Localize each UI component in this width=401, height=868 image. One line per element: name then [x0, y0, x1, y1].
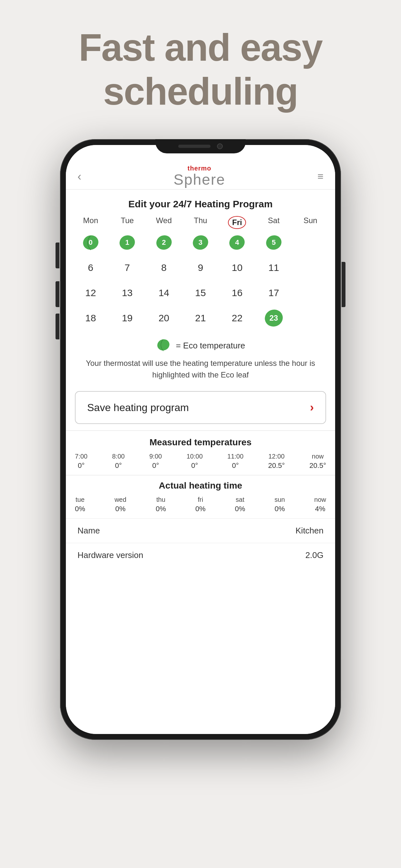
day-sun[interactable]: Sun — [292, 216, 329, 229]
heating-item-sat: sat 0% — [235, 496, 245, 513]
hour-cell-19[interactable]: 19 — [109, 307, 145, 329]
eco-legend: = Eco temperature — [66, 332, 335, 356]
heating-day-tue: tue — [75, 496, 85, 503]
hour-cell-20[interactable]: 20 — [146, 307, 182, 329]
heating-pct-fri: 0% — [195, 505, 206, 513]
save-heating-program-button[interactable]: Save heating program › — [75, 391, 326, 424]
hour-cell-22[interactable]: 22 — [219, 307, 255, 329]
hour-cell-10[interactable]: 10 — [219, 257, 255, 279]
hour-cell-15[interactable]: 15 — [182, 282, 219, 304]
heating-time-title: Actual heating time — [75, 480, 326, 491]
hour-cell-empty-r3 — [292, 282, 329, 304]
meas-item-1000: 10:00 0° — [187, 453, 203, 470]
meas-item-900: 9:00 0° — [149, 453, 162, 470]
meas-val-900: 0° — [152, 461, 159, 470]
hour-cell-8[interactable]: 8 — [146, 257, 182, 279]
heating-day-sun: sun — [274, 496, 285, 503]
hour-cell-5[interactable]: 5 — [255, 231, 292, 253]
name-label: Name — [78, 526, 100, 536]
hour-cell-18[interactable]: 18 — [72, 307, 109, 329]
legend-leaf-icon — [156, 337, 171, 353]
day-sat[interactable]: Sat — [255, 216, 292, 229]
meas-time-900: 9:00 — [149, 453, 162, 460]
heating-pct-sun: 0% — [274, 505, 285, 513]
hour-cell-21[interactable]: 21 — [182, 307, 219, 329]
heating-item-sun: sun 0% — [274, 496, 285, 513]
hour-cell-9[interactable]: 9 — [182, 257, 219, 279]
meas-time-800: 8:00 — [112, 453, 125, 460]
hour-cell-11[interactable]: 11 — [255, 257, 292, 279]
day-thu[interactable]: Thu — [182, 216, 219, 229]
day-mon[interactable]: Mon — [72, 216, 109, 229]
meas-val-now: 20.5° — [309, 461, 326, 470]
heating-time-row: tue 0% wed 0% thu 0% fri 0% — [75, 496, 326, 513]
day-wed[interactable]: Wed — [146, 216, 182, 229]
meas-time-700: 7:00 — [75, 453, 88, 460]
info-row-name: Name Kitchen — [66, 518, 335, 543]
name-value: Kitchen — [296, 526, 323, 536]
menu-button[interactable]: ≡ — [317, 170, 323, 182]
hour-cell-2[interactable]: 2 — [146, 231, 182, 253]
hour-cell-16[interactable]: 16 — [219, 282, 255, 304]
meas-val-1200: 20.5° — [268, 461, 285, 470]
speaker — [178, 145, 211, 148]
hardware-value: 2.0G — [305, 550, 323, 560]
hour-cell-7[interactable]: 7 — [109, 257, 145, 279]
heating-time-section: Actual heating time tue 0% wed 0% thu 0% — [66, 475, 335, 518]
hour-cell-1[interactable]: 1 — [109, 231, 145, 253]
heating-item-wed: wed 0% — [115, 496, 127, 513]
hour-cell-0[interactable]: 0 — [72, 231, 109, 253]
meas-time-1000: 10:00 — [187, 453, 203, 460]
hours-grid: 0 1 — [66, 231, 335, 329]
heating-pct-now: 4% — [315, 505, 326, 513]
meas-time-now: now — [312, 453, 324, 460]
hours-row-3: 18 19 20 21 22 23 — [72, 307, 329, 329]
heating-item-tue: tue 0% — [75, 496, 85, 513]
app-content: Edit your 24/7 Heating Program Mon Tue W… — [66, 190, 335, 734]
measured-temps-section: Measured temperatures 7:00 0° 8:00 0° 9:… — [66, 431, 335, 475]
meas-time-1100: 11:00 — [227, 453, 243, 460]
hours-row-1: 6 7 8 9 10 11 — [72, 257, 329, 279]
hour-cell-3[interactable]: 3 — [182, 231, 219, 253]
hour-cell-empty-r2 — [292, 257, 329, 279]
logo-sphere: Sphere — [174, 171, 225, 188]
fri-circle-indicator: Fri — [228, 216, 246, 229]
svg-point-7 — [156, 338, 171, 352]
day-tue[interactable]: Tue — [109, 216, 145, 229]
heating-pct-thu: 0% — [156, 505, 166, 513]
meas-val-1000: 0° — [191, 461, 198, 470]
app-header: ‹ thermo Sphere ≡ — [66, 164, 335, 190]
notch — [155, 139, 246, 153]
screen: ‹ thermo Sphere ≡ Edit your 24/7 Heating… — [66, 145, 335, 734]
hour-cell-14[interactable]: 14 — [146, 282, 182, 304]
app-logo: thermo Sphere — [174, 165, 225, 188]
hour-cell-4[interactable]: 4 — [219, 231, 255, 253]
save-button-label: Save heating program — [87, 402, 189, 414]
hour-cell-6[interactable]: 6 — [72, 257, 109, 279]
hardware-label: Hardware version — [78, 550, 143, 560]
hour-cell-empty-r4 — [292, 307, 329, 329]
back-button[interactable]: ‹ — [78, 170, 81, 183]
hero-title: Fast and easy scheduling — [55, 26, 346, 113]
meas-val-1100: 0° — [232, 461, 239, 470]
hour-cell-13[interactable]: 13 — [109, 282, 145, 304]
measured-temps-title: Measured temperatures — [75, 437, 326, 447]
heating-day-wed: wed — [115, 496, 127, 503]
legend-label: = Eco temperature — [176, 341, 245, 351]
hours-row-0: 0 1 — [72, 231, 329, 253]
heating-day-now: now — [314, 496, 326, 503]
heating-day-thu: thu — [156, 496, 165, 503]
heating-day-fri: fri — [197, 496, 203, 503]
hour-cell-23[interactable]: 23 — [255, 307, 292, 329]
heating-pct-wed: 0% — [115, 505, 126, 513]
day-fri[interactable]: Fri — [219, 216, 255, 229]
meas-item-800: 8:00 0° — [112, 453, 125, 470]
phone-frame: ‹ thermo Sphere ≡ Edit your 24/7 Heating… — [60, 139, 341, 740]
heating-pct-tue: 0% — [75, 505, 85, 513]
heating-day-sat: sat — [236, 496, 244, 503]
hour-cell-17[interactable]: 17 — [255, 282, 292, 304]
camera — [217, 144, 223, 149]
info-row-hardware: Hardware version 2.0G — [66, 543, 335, 567]
day-headers: Mon Tue Wed Thu Fri Sat Sun — [66, 216, 335, 229]
hour-cell-12[interactable]: 12 — [72, 282, 109, 304]
